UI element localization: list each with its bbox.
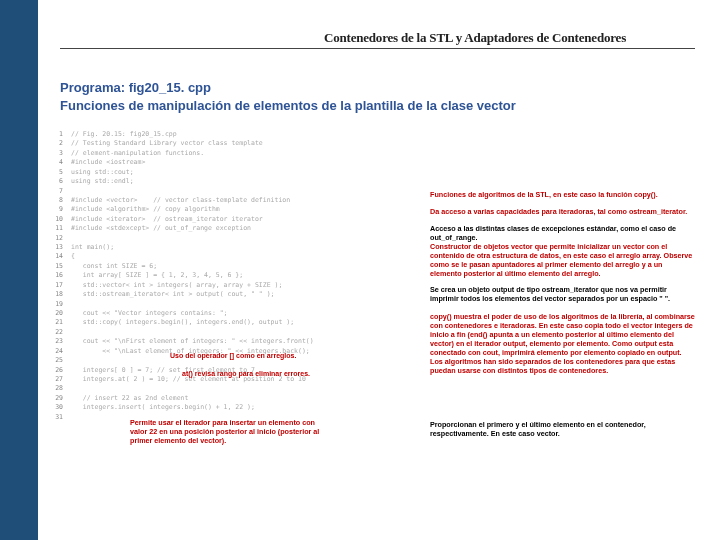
code-line: 10#include <iterator> // ostream_iterato…: [45, 215, 415, 224]
code-line: 2// Testing Standard Library vector clas…: [45, 139, 415, 148]
code-line: 21 std::copy( integers.begin(), integers…: [45, 318, 415, 327]
annotation-callout: Acceso a las distintas clases de excepci…: [430, 224, 695, 242]
annotation-callout: Proporcionan el primero y el último elem…: [430, 420, 695, 438]
code-line: 4#include <iostream>: [45, 158, 415, 167]
code-line: 20 cout << "Vector integers contains: ";: [45, 309, 415, 318]
chapter-title: Contenedores de la STL y Adaptadores de …: [255, 30, 695, 46]
code-line: 12: [45, 234, 415, 243]
title-underline: [60, 48, 695, 49]
code-line: 9#include <algorithm> // copy algorithm: [45, 205, 415, 214]
slide-sidebar: [0, 0, 38, 540]
code-line: 18 std::ostream_iterator< int > output( …: [45, 290, 415, 299]
code-line: 6using std::endl;: [45, 177, 415, 186]
annotation-callout: Funciones de algoritmos de la STL, en es…: [430, 190, 695, 199]
code-line: 14{: [45, 252, 415, 261]
code-line: 23 cout << "\nFirst element of integers:…: [45, 337, 415, 346]
code-line: 17 std::vector< int > integers( array, a…: [45, 281, 415, 290]
annotation-callout: Da acceso a varias capacidades para iter…: [430, 207, 695, 216]
annotation-bottom: Permite usar el iterador para insertar u…: [130, 418, 330, 445]
code-line: 29 // insert 22 as 2nd element: [45, 394, 415, 403]
annotation-callout: Constructor de objetos vector que permit…: [430, 242, 695, 278]
annotation-callout: Uso del operador [] como en arreglos.: [170, 352, 340, 360]
annotation-callout: Se crea un objeto output de tipo ostream…: [430, 285, 695, 303]
annotation-callout: copy() muestra el poder de uso de los al…: [430, 312, 695, 375]
annotation-callout: at() revisa rango para eliminar errores.: [182, 370, 362, 378]
code-line: 8#include <vector> // vector class-templ…: [45, 196, 415, 205]
code-line: 7: [45, 187, 415, 196]
program-description: Funciones de manipulación de elementos d…: [60, 98, 516, 113]
code-line: 28: [45, 384, 415, 393]
program-name: Programa: fig20_15. cpp: [60, 80, 211, 95]
code-line: 19: [45, 300, 415, 309]
code-line: 22: [45, 328, 415, 337]
code-line: 13int main();: [45, 243, 415, 252]
code-line: 3// element-manipulation functions.: [45, 149, 415, 158]
code-line: 30 integers.insert( integers.begin() + 1…: [45, 403, 415, 412]
code-line: 5using std::cout;: [45, 168, 415, 177]
code-line: 11#include <stdexcept> // out_of_range e…: [45, 224, 415, 233]
code-line: 1// Fig. 20.15: fig20_15.cpp: [45, 130, 415, 139]
code-line: 16 int array[ SIZE ] = { 1, 2, 3, 4, 5, …: [45, 271, 415, 280]
code-line: 15 const int SIZE = 6;: [45, 262, 415, 271]
